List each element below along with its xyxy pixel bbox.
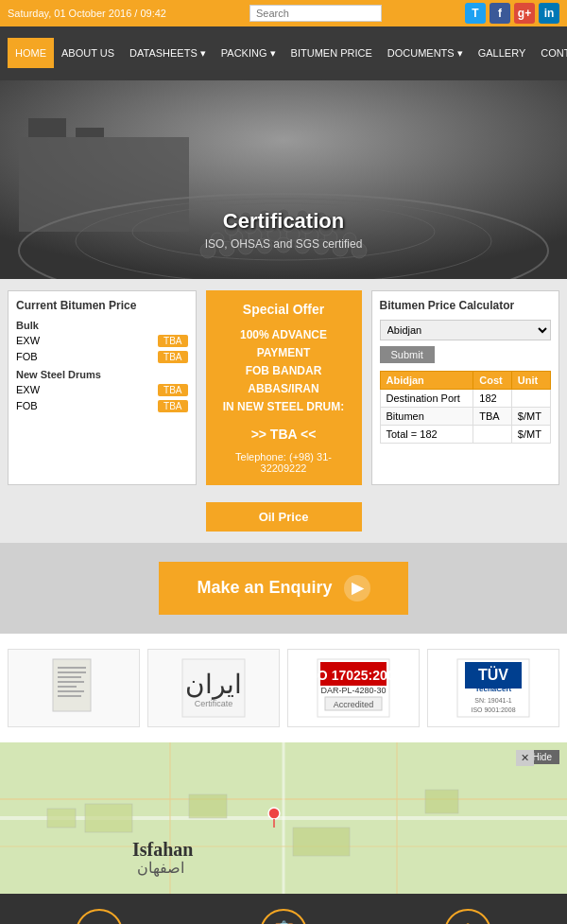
footer-contact-col: ☎ Telephone : (+98) 31-32209222 Mobile :… — [8, 909, 192, 924]
phone-icon: ☎ — [76, 909, 123, 924]
svg-rect-65 — [47, 809, 76, 828]
svg-rect-66 — [85, 804, 132, 832]
svg-text:DAR-PL-4280-30: DAR-PL-4280-30 — [320, 686, 386, 695]
footer-icons-row: ☎ Telephone : (+98) 31-32209222 Mobile :… — [0, 894, 567, 924]
special-offer-title: Special Offer — [214, 302, 354, 317]
special-offer-telephone: Telephone: (+98) 31-32209222 — [214, 451, 354, 474]
special-offer-body: 100% ADVANCE PAYMENT FOB BANDAR ABBAS/IR… — [214, 326, 354, 417]
svg-rect-42 — [58, 695, 81, 697]
hero-banner: Certification ISO, OHSAS and SGS certifi… — [0, 80, 567, 279]
svg-rect-67 — [189, 794, 227, 818]
svg-rect-68 — [293, 828, 350, 856]
nav-wrapper: HOME ABOUT US DATASHEETS ▾ PACKING ▾ BIT… — [0, 26, 567, 80]
calc-panel: Bitumen Price Calculator Abidjan Submit … — [371, 290, 560, 485]
nav-packing[interactable]: PACKING ▾ — [214, 38, 284, 69]
linkedin-icon[interactable]: in — [539, 3, 559, 24]
price-panel-title: Current Bitumen Price — [16, 299, 188, 312]
date-display: Saturday, 01 October 2016 / 09:42 — [8, 8, 166, 19]
enquiry-section: Make an Enquiry ▶ — [0, 543, 567, 634]
calc-col-dest: Abidjan — [380, 371, 473, 389]
price-row-drum-fob: FOB TBA — [16, 400, 188, 412]
svg-text:TecnaCert: TecnaCert — [475, 685, 512, 693]
price-panel: Current Bitumen Price Bulk EXW TBA FOB T… — [8, 290, 197, 485]
drums-header: New Steel Drums — [16, 369, 188, 380]
oil-price-section: Oil Price — [0, 497, 567, 543]
docs-icon: 📋 — [260, 909, 307, 924]
svg-rect-3 — [76, 128, 104, 137]
main-nav: HOME ABOUT US DATASHEETS ▾ PACKING ▾ BIT… — [8, 38, 567, 69]
svg-text:Certificate: Certificate — [195, 699, 233, 708]
footer-docs-col: 📋 Certificate of Origin Commercial Invoi… — [192, 909, 376, 924]
calc-results-table: Abidjan Cost Unit Destination Port 182 B… — [380, 371, 552, 444]
svg-rect-37 — [58, 671, 86, 673]
svg-rect-69 — [425, 790, 458, 813]
svg-text:ISO 17025:2005: ISO 17025:2005 — [316, 668, 391, 683]
cert-item-3: ISO 17025:2005 DAR-PL-4280-30 Accredited — [287, 649, 420, 727]
svg-rect-39 — [58, 681, 84, 683]
three-cols-section: Current Bitumen Price Bulk EXW TBA FOB T… — [0, 279, 567, 497]
svg-rect-2 — [28, 118, 66, 137]
search-bar — [249, 5, 382, 22]
map-close-button[interactable]: ✕ — [516, 750, 534, 766]
table-row: Destination Port 182 — [380, 389, 551, 407]
special-offer-tba: >> TBA << — [214, 427, 354, 442]
calc-destination-select[interactable]: Abidjan — [380, 320, 552, 340]
table-row: Total = 182 $/MT — [380, 425, 551, 443]
calc-submit-button[interactable]: Submit — [380, 346, 435, 363]
nav-gallery[interactable]: GALLERY — [471, 38, 534, 68]
cert-item-1 — [8, 649, 140, 727]
svg-rect-36 — [58, 667, 86, 669]
nav-about[interactable]: ABOUT US — [54, 38, 122, 68]
nav-home[interactable]: HOME — [8, 38, 54, 68]
nav-contact[interactable]: CONTACT US ▾ — [533, 38, 567, 69]
social-icons-group: T f g+ in — [465, 3, 559, 24]
svg-rect-1 — [19, 137, 189, 232]
svg-text:TÜV: TÜV — [478, 666, 508, 683]
svg-text:Isfahan: Isfahan — [132, 839, 193, 860]
nav-bitumen-price[interactable]: BITUMEN PRICE — [284, 38, 380, 68]
price-table: Bulk EXW TBA FOB TBA New Steel Drums EXW… — [16, 320, 188, 412]
hero-content: Certification ISO, OHSAS and SGS certifi… — [205, 209, 363, 251]
enquiry-label: Make an Enquiry — [197, 578, 332, 598]
info-icon: ℹ — [444, 909, 491, 924]
svg-rect-41 — [58, 690, 84, 692]
nav-documents[interactable]: DOCUMENTS ▾ — [380, 38, 471, 69]
svg-text:Accredited: Accredited — [334, 700, 374, 709]
svg-text:ایران: ایران — [185, 670, 242, 700]
calc-col-unit: Unit — [511, 371, 550, 389]
nav-datasheets[interactable]: DATASHEETS ▾ — [122, 38, 214, 69]
certificates-section: ایران Certificate ISO 17025:2005 DAR-PL-… — [0, 634, 567, 742]
table-row: Bitumen TBA $/MT — [380, 407, 551, 425]
map-section: Isfahan اصفهان Hide ✕ — [0, 742, 567, 894]
bulk-header: Bulk — [16, 320, 188, 331]
svg-text:اصفهان: اصفهان — [137, 860, 184, 877]
price-row-drum-exw: EXW TBA — [16, 384, 188, 396]
hero-subtitle: ISO, OHSAS and SGS certified — [205, 237, 363, 251]
twitter-icon[interactable]: T — [465, 3, 486, 24]
footer-about-col: ℹ Isfahan Bitumen Production Company (IB… — [375, 909, 559, 924]
svg-rect-40 — [58, 686, 77, 688]
facebook-icon[interactable]: f — [490, 3, 510, 24]
price-row-bulk-fob: FOB TBA — [16, 351, 188, 363]
svg-point-72 — [268, 808, 280, 819]
price-row-bulk-exw: EXW TBA — [16, 335, 188, 347]
oil-price-button[interactable]: Oil Price — [206, 502, 362, 532]
cert-item-4: TÜV TecnaCert SN: 19041-1 ISO 9001:2008 — [427, 649, 559, 727]
svg-rect-38 — [58, 676, 81, 678]
cert-item-2: ایران Certificate — [147, 649, 280, 727]
calc-title: Bitumen Price Calculator — [380, 299, 552, 312]
svg-text:ISO 9001:2008: ISO 9001:2008 — [471, 706, 515, 713]
enquiry-arrow-icon: ▶ — [344, 575, 370, 601]
enquiry-button[interactable]: Make an Enquiry ▶ — [159, 562, 407, 615]
search-input[interactable] — [249, 5, 382, 22]
googleplus-icon[interactable]: g+ — [514, 3, 535, 24]
special-offer-panel: Special Offer 100% ADVANCE PAYMENT FOB B… — [206, 290, 362, 485]
calc-col-cost: Cost — [473, 371, 512, 389]
hero-title: Certification — [205, 209, 363, 234]
top-bar: Saturday, 01 October 2016 / 09:42 T f g+… — [0, 0, 567, 26]
svg-text:SN: 19041-1: SN: 19041-1 — [474, 697, 511, 704]
